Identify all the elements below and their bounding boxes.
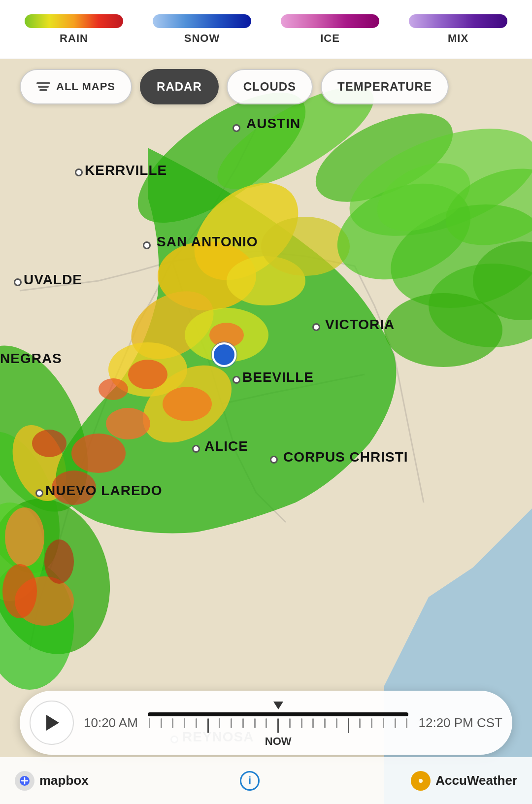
- snow-label: SNOW: [184, 32, 220, 45]
- timeline-track[interactable]: NOW: [148, 712, 409, 733]
- ice-gradient: [281, 14, 379, 28]
- time-start: 10:20 AM: [84, 715, 138, 731]
- tick-4: [184, 718, 185, 728]
- tick-10: [254, 718, 256, 728]
- mapbox-logo-icon: [15, 771, 34, 791]
- beeville-label: BEEVILLE: [242, 369, 314, 385]
- all-maps-label: ALL MAPS: [56, 80, 115, 93]
- attribution-bar: mapbox i AccuWeather: [0, 757, 532, 804]
- tick-18: [348, 718, 349, 733]
- accuweather-attribution: AccuWeather: [411, 771, 517, 791]
- play-icon: [46, 715, 59, 731]
- austin-label: AUSTIN: [246, 116, 300, 132]
- track-ticks: [148, 718, 409, 733]
- beeville-dot: [233, 376, 240, 384]
- clouds-label: CLOUDS: [243, 80, 296, 94]
- corpus-christi-dot: [270, 456, 278, 464]
- nuevo-laredo-dot: [35, 489, 43, 497]
- victoria-label: VICTORIA: [325, 317, 395, 333]
- tick-23: [406, 718, 407, 728]
- tick-11: [266, 718, 267, 728]
- rain-legend: RAIN: [25, 14, 123, 45]
- tick-22: [395, 718, 396, 728]
- mapbox-label: mapbox: [39, 773, 89, 788]
- legend-bar: RAIN SNOW ICE MIX: [0, 0, 532, 59]
- temperature-label: TEMPERATURE: [337, 80, 432, 94]
- tick-21: [383, 718, 384, 728]
- info-button[interactable]: i: [240, 771, 260, 791]
- victoria-dot: [312, 323, 320, 331]
- svg-point-28: [32, 430, 66, 457]
- svg-point-25: [71, 434, 126, 473]
- tick-7: [219, 718, 220, 728]
- svg-point-21: [261, 217, 350, 276]
- accuweather-icon: [411, 771, 431, 791]
- tick-3: [172, 718, 173, 728]
- mapbox-attribution[interactable]: mapbox: [15, 771, 89, 791]
- svg-point-22: [163, 387, 212, 421]
- temperature-button[interactable]: TEMPERATURE: [321, 69, 449, 104]
- radar-label: RADAR: [157, 80, 202, 94]
- tick-6: [207, 718, 209, 733]
- tick-12: [277, 718, 279, 733]
- uvalde-dot: [14, 278, 22, 286]
- tick-16: [324, 718, 326, 728]
- track-line: [148, 712, 409, 716]
- tick-14: [301, 718, 302, 728]
- snow-gradient: [153, 14, 251, 28]
- tick-13: [289, 718, 291, 728]
- radar-button[interactable]: RADAR: [140, 69, 219, 104]
- tick-1: [149, 718, 150, 728]
- tick-20: [371, 718, 372, 728]
- uvalde-label: UVALDE: [24, 272, 82, 288]
- map-type-nav: ALL MAPS RADAR CLOUDS TEMPERATURE: [20, 69, 449, 104]
- info-text: i: [248, 774, 251, 787]
- svg-point-29: [99, 378, 128, 400]
- san-antonio-label: SAN ANTONIO: [157, 234, 258, 250]
- svg-point-6: [5, 507, 44, 567]
- user-location-marker: [212, 342, 236, 367]
- svg-point-23: [128, 360, 167, 389]
- svg-point-24: [106, 408, 150, 439]
- info-icon: i: [240, 771, 260, 791]
- play-button[interactable]: [30, 701, 74, 745]
- mix-gradient: [409, 14, 507, 28]
- ice-label: ICE: [320, 32, 340, 45]
- snow-legend: SNOW: [153, 14, 251, 45]
- negras-label: NEGRAS: [0, 351, 62, 367]
- clouds-button[interactable]: CLOUDS: [227, 69, 313, 104]
- ice-legend: ICE: [281, 14, 379, 45]
- time-end: 12:20 PM CST: [418, 715, 502, 731]
- tick-15: [312, 718, 314, 728]
- rain-label: RAIN: [60, 32, 88, 45]
- now-label: NOW: [265, 735, 292, 748]
- tick-19: [359, 718, 361, 728]
- tick-9: [242, 718, 244, 728]
- mix-label: MIX: [448, 32, 468, 45]
- kerrville-label: KERRVILLE: [85, 163, 167, 178]
- tick-8: [231, 718, 232, 728]
- san-antonio-dot: [143, 241, 151, 249]
- timeline-bar: 10:20 AM NO: [20, 691, 512, 755]
- tick-17: [336, 718, 337, 728]
- all-maps-button[interactable]: ALL MAPS: [20, 69, 132, 104]
- tick-2: [161, 718, 162, 728]
- track-indicator: [273, 702, 283, 709]
- accuweather-label: AccuWeather: [435, 773, 517, 788]
- svg-point-8: [2, 564, 37, 618]
- layers-icon: [36, 82, 50, 91]
- mix-legend: MIX: [409, 14, 507, 45]
- austin-dot: [233, 124, 240, 132]
- nuevo-laredo-label: NUEVO LAREDO: [45, 483, 163, 499]
- tick-5: [196, 718, 197, 728]
- corpus-christi-label: CORPUS CHRISTI: [283, 449, 408, 465]
- kerrville-dot: [75, 168, 83, 176]
- alice-dot: [192, 445, 200, 453]
- svg-point-9: [44, 539, 74, 584]
- svg-point-39: [419, 779, 423, 783]
- alice-label: ALICE: [204, 438, 248, 454]
- rain-gradient: [25, 14, 123, 28]
